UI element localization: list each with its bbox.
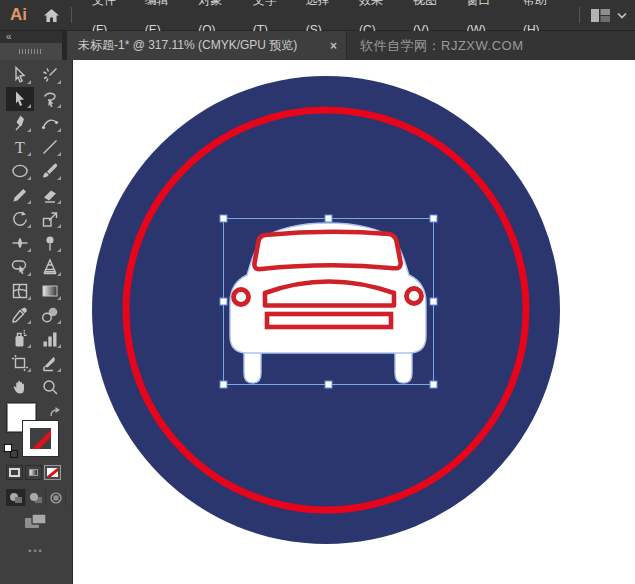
color-button[interactable]: [6, 465, 23, 480]
document-tab[interactable]: 未标题-1* @ 317.11% (CMYK/GPU 预览) ×: [67, 31, 347, 60]
tools-dock-header: «: [0, 31, 62, 60]
artboard: [73, 60, 635, 584]
paint-mode-row: [6, 465, 61, 480]
gradient-button[interactable]: [25, 465, 42, 480]
puppet-warp-tool[interactable]: [36, 231, 64, 255]
swap-fill-stroke-icon[interactable]: [49, 404, 63, 422]
rotate-tool[interactable]: [6, 207, 34, 231]
column-graph-tool[interactable]: [36, 327, 64, 351]
tab-bar: « 未标题-1* @ 317.11% (CMYK/GPU 预览) × 软件自学网…: [0, 30, 635, 60]
stroke-swatch[interactable]: [23, 421, 58, 456]
magic-wand-tool[interactable]: [36, 63, 64, 87]
none-slash-icon: [27, 421, 58, 456]
spray-can-icon: [11, 330, 29, 348]
home-icon[interactable]: [43, 8, 60, 23]
mesh-tool[interactable]: [6, 279, 34, 303]
handle-middle-right[interactable]: [430, 298, 437, 305]
car-left-headlight: [234, 290, 249, 305]
symbol-sprayer-tool[interactable]: [6, 327, 34, 351]
eraser-tool[interactable]: [36, 183, 64, 207]
paintbrush-icon: [41, 162, 59, 180]
menu-separator: [71, 7, 72, 23]
selection-tool[interactable]: [6, 63, 34, 87]
car-grille-bottom: [267, 314, 391, 327]
lasso-tool[interactable]: [36, 87, 64, 111]
pencil-icon: [11, 186, 29, 204]
hand-tool[interactable]: [6, 375, 34, 399]
change-screen-mode-icon[interactable]: [24, 512, 48, 536]
artboard-icon: [11, 354, 29, 372]
lasso-icon: [41, 90, 59, 108]
workspace-switcher-icon[interactable]: [591, 9, 610, 22]
type-tool[interactable]: T: [6, 135, 34, 159]
panel-drag-grip[interactable]: [19, 49, 43, 54]
document-tab-title: 未标题-1* @ 317.11% (CMYK/GPU 预览): [78, 37, 297, 54]
handle-top-left[interactable]: [220, 215, 227, 222]
tab-bar-empty-area: 软件自学网：RJZXW.COM: [347, 31, 635, 60]
pen-icon: [11, 114, 29, 132]
car-grille-top: [265, 282, 394, 306]
menu-separator: [579, 7, 580, 23]
selection-arrow-icon: [11, 66, 29, 84]
drawing-modes-row: [6, 489, 66, 506]
handle-bottom-center[interactable]: [325, 381, 332, 388]
curvature-tool[interactable]: [36, 111, 64, 135]
pin-icon: [41, 234, 59, 252]
handle-middle-left[interactable]: [220, 298, 227, 305]
illustrator-window: Ai 文件(F) 编辑(E) 对象(O) 文字(T) 选择(S) 效果(C) 视…: [0, 0, 635, 584]
chevron-down-icon[interactable]: [617, 12, 627, 19]
zoom-tool[interactable]: [36, 375, 64, 399]
artboard-tool[interactable]: [6, 351, 34, 375]
watermark-text: 软件自学网：RJZXW.COM: [360, 37, 524, 55]
slice-knife-icon: [41, 354, 59, 372]
scale-icon: [41, 210, 59, 228]
paintbrush-tool[interactable]: [36, 159, 64, 183]
direct-selection-tool[interactable]: [6, 87, 34, 111]
shape-builder-tool[interactable]: [6, 255, 34, 279]
draw-normal-button[interactable]: [6, 489, 26, 506]
eyedropper-icon: [11, 306, 29, 324]
gradient-tool[interactable]: [36, 279, 64, 303]
default-fill-stroke-icon[interactable]: [4, 444, 18, 458]
app-logo: Ai: [10, 5, 27, 25]
draw-inside-button[interactable]: [46, 489, 66, 506]
pencil-tool[interactable]: [6, 183, 34, 207]
handle-top-right[interactable]: [430, 215, 437, 222]
ellipse-icon: [11, 162, 29, 180]
none-button[interactable]: [44, 465, 61, 480]
menu-bar: Ai 文件(F) 编辑(E) 对象(O) 文字(T) 选择(S) 效果(C) 视…: [0, 0, 635, 30]
type-icon: T: [11, 138, 29, 156]
line-segment-tool[interactable]: [36, 135, 64, 159]
tab-close-icon[interactable]: ×: [330, 39, 337, 53]
gradient-icon: [41, 282, 59, 300]
edit-toolbar-icon[interactable]: •••: [0, 546, 72, 556]
handle-bottom-left[interactable]: [220, 381, 227, 388]
width-tool[interactable]: [6, 231, 34, 255]
magic-wand-icon: [41, 66, 59, 84]
pen-tool[interactable]: [6, 111, 34, 135]
line-icon: [41, 138, 59, 156]
handle-bottom-right[interactable]: [430, 381, 437, 388]
collapse-panel-icon[interactable]: «: [6, 32, 12, 42]
direct-selection-arrow-icon: [11, 90, 29, 108]
handle-top-center[interactable]: [325, 215, 332, 222]
car-windshield: [254, 232, 400, 269]
draw-behind-button[interactable]: [26, 489, 46, 506]
ellipse-tool[interactable]: [6, 159, 34, 183]
perspective-grid-tool[interactable]: [36, 255, 64, 279]
hand-icon: [11, 378, 29, 396]
eyedropper-tool[interactable]: [6, 303, 34, 327]
rotate-icon: [11, 210, 29, 228]
slice-tool[interactable]: [36, 351, 64, 375]
blend-tool[interactable]: [36, 303, 64, 327]
shape-builder-icon: [11, 258, 29, 276]
bar-chart-icon: [41, 330, 59, 348]
perspective-grid-icon: [41, 258, 59, 276]
eraser-icon: [41, 186, 59, 204]
scale-tool[interactable]: [36, 207, 64, 231]
blend-icon: [41, 306, 59, 324]
canvas[interactable]: [73, 60, 635, 584]
width-icon: [11, 234, 29, 252]
magnifier-icon: [41, 378, 59, 396]
tools-panel: T: [0, 60, 73, 584]
